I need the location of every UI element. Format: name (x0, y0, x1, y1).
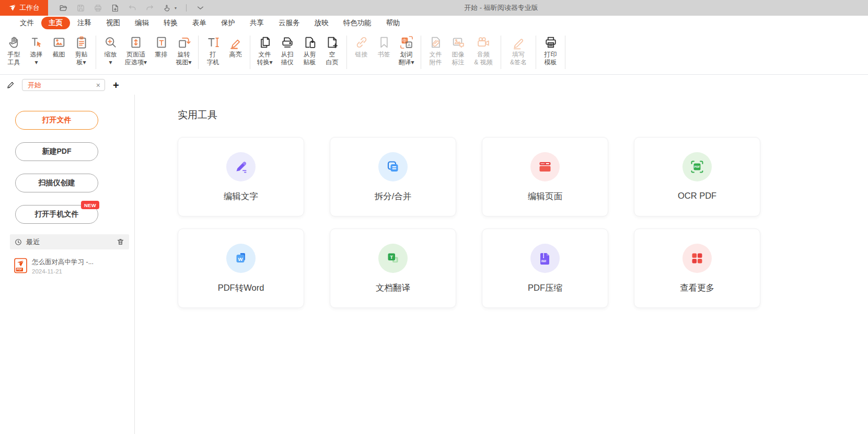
menu-features[interactable]: 特色功能 (336, 17, 379, 29)
foxit-logo-icon (8, 4, 16, 12)
tool-cards-grid: 编辑文字 拆分/合并 编辑页面 PDF OCR PDF W PDF转Word (178, 137, 760, 308)
snapshot-button[interactable]: 截图 (48, 35, 70, 59)
tab-close-icon[interactable]: × (96, 82, 100, 89)
new-pdf-button[interactable]: 新建PDF (15, 142, 98, 161)
bookmark-icon (377, 35, 391, 50)
touch-mode-dropdown-icon[interactable]: ▾ (175, 6, 177, 10)
image-annotation-icon (451, 35, 466, 50)
from-clipboard-icon (303, 35, 317, 50)
reflow-icon (154, 35, 169, 50)
card-view-more[interactable]: 查看更多 (634, 229, 760, 308)
tab-start[interactable]: 开始 × (22, 79, 105, 91)
recent-file-item[interactable]: PDF 怎么面对高中学习 -... 2024-11-21 (14, 258, 94, 275)
rename-pencil-icon[interactable] (6, 81, 15, 89)
redo-icon (145, 4, 154, 13)
touch-mode-icon[interactable] (163, 4, 171, 13)
card-edit-pages[interactable]: 编辑页面 (482, 137, 608, 216)
menu-form[interactable]: 表单 (185, 17, 214, 29)
from-scanner-button[interactable]: 从扫 描仪 (276, 35, 298, 66)
edit-pages-icon (537, 159, 553, 175)
menu-share[interactable]: 共享 (242, 17, 271, 29)
select-tool-button[interactable]: 选择 ▾ (25, 35, 48, 66)
open-file-button[interactable]: 打开文件 (15, 111, 98, 130)
menu-protect[interactable]: 保护 (214, 17, 242, 29)
hand-tool-button[interactable]: 手型 工具 (3, 35, 25, 66)
menu-view[interactable]: 视图 (99, 17, 128, 29)
print-icon (94, 4, 102, 13)
open-mobile-file-button[interactable]: 打开手机文件 NEW (15, 205, 98, 224)
rotate-view-button[interactable]: 旋转 视图▾ (172, 35, 195, 66)
card-pdf-compress[interactable]: PDF PDF压缩 (482, 229, 608, 308)
link-button: 链接 (350, 35, 373, 59)
ribbon-separator (501, 36, 501, 69)
menubar: 文件 主页 注释 视图 编辑 转换 表单 保护 共享 云服务 放映 特色功能 帮… (0, 16, 868, 30)
menu-home[interactable]: 主页 (41, 17, 70, 29)
document-translate-icon: T (385, 250, 401, 266)
clock-icon (15, 238, 22, 246)
zoom-button[interactable]: 缩放 ▾ (99, 35, 122, 66)
from-scanner-icon (280, 35, 295, 50)
ribbon-separator (421, 36, 421, 69)
collapse-toolbar-icon[interactable] (196, 4, 205, 13)
menu-file[interactable]: 文件 (13, 17, 41, 29)
window-title: 开始 - 福昕阅读器专业版 (464, 0, 538, 16)
open-file-icon[interactable] (59, 4, 68, 13)
view-more-icon (689, 250, 705, 266)
file-attachment-button: 文件 附件 (424, 35, 447, 66)
audio-video-button: 音频 & 视频 (469, 35, 497, 66)
scanner-create-button[interactable]: 扫描仪创建 (15, 174, 98, 192)
new-tab-button[interactable]: + (113, 80, 119, 90)
typewriter-button[interactable]: 打 字机 (202, 35, 224, 66)
highlight-button[interactable]: 高亮 (224, 35, 247, 59)
highlight-icon (228, 35, 243, 50)
menu-present[interactable]: 放映 (307, 17, 336, 29)
sidebar: 打开文件 新建PDF 扫描仪创建 打开手机文件 NEW 最近 PDF 怎么面对高… (0, 95, 135, 434)
ribbon-separator (198, 36, 199, 69)
workspace-button[interactable]: 工作台 (0, 0, 48, 16)
edit-text-icon (233, 159, 249, 175)
reflow-button[interactable]: 重排 (150, 35, 172, 59)
fill-sign-icon (511, 35, 526, 50)
select-tool-icon (29, 35, 44, 50)
menu-convert[interactable]: 转换 (156, 17, 185, 29)
workspace-label: 工作台 (19, 3, 40, 13)
blank-page-button[interactable]: 空 白页 (321, 35, 343, 66)
card-pdf-to-word[interactable]: W PDF转Word (178, 229, 304, 308)
ribbon-separator (346, 36, 347, 69)
print-template-button[interactable]: 打印 模板 (539, 35, 562, 66)
print-template-icon (543, 35, 558, 50)
snapshot-icon (52, 35, 66, 50)
menu-help[interactable]: 帮助 (379, 17, 408, 29)
clipboard-button[interactable]: 剪贴 板▾ (70, 35, 92, 66)
from-clipboard-button[interactable]: 从剪 贴板 (298, 35, 321, 66)
recent-file-name: 怎么面对高中学习 -... (32, 258, 94, 267)
file-convert-button[interactable]: 文件 转换▾ (253, 35, 276, 66)
card-label: 编辑页面 (528, 191, 562, 202)
svg-text:PDF: PDF (695, 165, 700, 168)
word-translate-button[interactable]: 中A 划词 翻译▾ (395, 35, 418, 66)
titlebar: 工作台 ▾ 开始 - 福昕阅读器专业版 (0, 0, 868, 16)
svg-text:T: T (390, 254, 393, 260)
save-icon (76, 4, 85, 13)
card-split-merge[interactable]: 拆分/合并 (330, 137, 456, 216)
hand-tool-icon (7, 35, 21, 50)
card-ocr-pdf[interactable]: PDF OCR PDF (634, 137, 760, 216)
card-edit-text[interactable]: 编辑文字 (178, 137, 304, 216)
undo-icon (128, 4, 137, 13)
card-label: 文档翻译 (376, 282, 410, 294)
main-content: 实用工具 编辑文字 拆分/合并 编辑页面 PDF OCR PDF (135, 95, 868, 434)
menu-edit[interactable]: 编辑 (128, 17, 156, 29)
blank-page-icon (325, 35, 340, 50)
card-label: 拆分/合并 (375, 191, 412, 202)
menu-cloud[interactable]: 云服务 (271, 17, 307, 29)
file-convert-icon (258, 35, 272, 50)
menu-comment[interactable]: 注释 (70, 17, 99, 29)
ribbon-toolbar: 手型 工具 选择 ▾ 截图 剪贴 板▾ 缩放 ▾ 页面适 应选项▾ 重排 旋转 … (0, 30, 868, 75)
ribbon-separator (565, 36, 565, 69)
card-document-translate[interactable]: T 文档翻译 (330, 229, 456, 308)
fit-page-options-button[interactable]: 页面适 应选项▾ (122, 35, 150, 66)
clear-recent-trash-icon[interactable] (117, 238, 124, 246)
split-merge-icon (385, 159, 401, 175)
new-document-icon[interactable] (111, 4, 120, 13)
rotate-view-icon (177, 35, 191, 50)
